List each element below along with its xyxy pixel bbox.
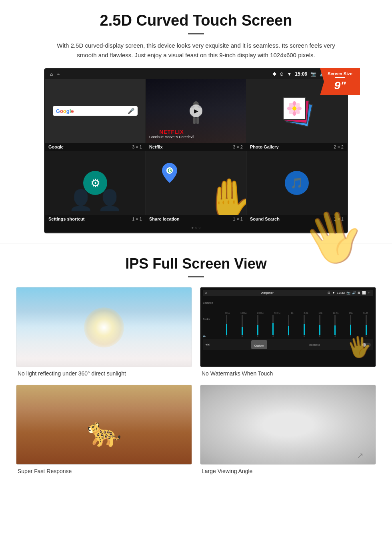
badge-divider: [335, 77, 345, 78]
amp-header-bar: ⌂ Amplifier ⊞▼17:33📷🔊⊠⬜←: [203, 290, 373, 296]
settings-label: Settings shortcut: [48, 217, 84, 221]
cheetah-image: 🐆: [16, 385, 192, 465]
share-label-row: Share location 1 × 1: [146, 215, 246, 223]
share-label: Share location: [149, 217, 180, 221]
photo-card-3: [283, 97, 306, 120]
gallery-label: Photo Gallery: [250, 145, 279, 149]
settings-bg-icons: 👤👤: [68, 189, 122, 212]
angle-arrow-icon: ↗: [357, 451, 364, 460]
google-search-bar[interactable]: Google 🎤: [53, 106, 138, 116]
sunlight-label: No light reflecting under 360° direct su…: [16, 370, 192, 377]
slider-5: 0: [282, 315, 296, 337]
netflix-brand: NETFLIX: [149, 129, 194, 135]
share-location-cell[interactable]: G 🤚: [146, 151, 246, 215]
google-app-cell[interactable]: Google 🎤: [45, 79, 145, 143]
slider-1: 0: [220, 315, 234, 337]
cheetah-label: Super Fast Response: [16, 468, 192, 474]
home-icon[interactable]: ⌂: [50, 71, 53, 77]
device-screen: ⌂ ⌁ ✱ ⊙ ▼ 15:06 📷 🔊 ⊠ ⬜: [44, 68, 348, 233]
feature-grid: No light reflecting under 360° direct su…: [16, 287, 376, 474]
play-button[interactable]: ▶: [190, 104, 202, 117]
usb-icon: ⌁: [57, 71, 60, 77]
section-ips: IPS Full Screen View No light reflecting…: [0, 243, 392, 486]
section2-divider: [188, 276, 204, 277]
wifi-icon: ▼: [287, 71, 292, 77]
sliders-container: 0 0 0: [220, 315, 373, 337]
screen-size-badge: Screen Size 9": [320, 68, 360, 95]
touch-hand-amp: 🖐: [345, 333, 373, 361]
settings-size: 1 × 1: [132, 217, 142, 221]
custom-label: Custom: [254, 344, 264, 347]
amplifier-label: No Watermarks When Touch: [200, 370, 376, 377]
section1-title: 2.5D Curved Touch Screen: [24, 12, 368, 29]
svg-text:G: G: [168, 167, 172, 174]
amp-icons: ⊞▼17:33📷🔊⊠⬜←: [328, 291, 371, 295]
bluetooth-icon: ✱: [272, 71, 276, 77]
car-image: ↗: [200, 385, 376, 465]
badge-size: 9": [325, 79, 355, 92]
share-size: 1 × 1: [233, 217, 243, 221]
camera-icon: 📷: [310, 71, 316, 77]
sunlight-image: [16, 287, 192, 367]
slider-2: 0: [235, 315, 250, 337]
netflix-size: 3 × 2: [233, 145, 243, 149]
amp-back-btn: ◀◀: [205, 343, 209, 346]
title-divider: [188, 33, 204, 34]
photo-stack: [283, 97, 311, 125]
loudness-label: loudness: [309, 343, 320, 346]
car-label: Large Viewing Angle: [200, 468, 376, 474]
badge-label: Screen Size: [325, 71, 355, 76]
slider-4: 0: [266, 315, 280, 337]
google-label: Google: [48, 145, 64, 149]
slider-6: 0: [297, 315, 312, 337]
hand-pointing-icon: 🤚: [204, 176, 246, 215]
eq-area: Balance Fader 🔈 60hz100hz200hz500hz1k2.5…: [203, 297, 373, 337]
eq-labels: Balance Fader 🔈: [203, 301, 218, 337]
section1-description: With 2.5D curved-display screen, this de…: [56, 41, 336, 60]
app-labels-row1: Google 3 × 1 Netflix 3 × 2 Photo Gallery…: [45, 143, 347, 151]
eq-sliders-area: 60hz100hz200hz500hz1k2.5k10k12.5k15kSUB …: [220, 312, 373, 337]
svg-rect-4: [193, 117, 196, 124]
netflix-subtitle: Continue Marvel's Daredevil: [149, 135, 194, 139]
cheetah-emoji: 🐆: [87, 415, 122, 448]
custom-btn[interactable]: Custom: [251, 340, 267, 349]
gallery-size: 2 × 2: [334, 145, 344, 149]
google-logo: Google: [56, 108, 74, 114]
device-wrapper: Screen Size 9" ⌂ ⌁ ✱ ⊙ ▼ 15:06 📷 🔊 ⊠: [44, 68, 348, 233]
google-label-row: Google 3 × 1: [45, 143, 145, 151]
sound-search-icon: 🎵: [285, 171, 309, 195]
settings-label-row: Settings shortcut 1 × 1: [45, 215, 145, 223]
feature-cheetah: 🐆 Super Fast Response: [16, 385, 192, 474]
cheetah-bg: 🐆: [16, 385, 192, 464]
location-icon: ⊙: [280, 71, 284, 77]
sound-label: Sound Search: [250, 217, 280, 221]
feature-sunlight: No light reflecting under 360° direct su…: [16, 287, 192, 377]
google-size: 3 × 1: [132, 145, 142, 149]
maps-icon: G: [162, 163, 177, 185]
netflix-overlay: NETFLIX Continue Marvel's Daredevil: [149, 129, 194, 139]
feature-amplifier: ⌂ Amplifier ⊞▼17:33📷🔊⊠⬜← Balance Fader 🔈: [200, 287, 376, 377]
amp-title: Amplifier: [261, 291, 274, 295]
balance-label: Balance: [203, 301, 218, 304]
sound-search-cell[interactable]: 🎵: [247, 151, 347, 215]
section-curved-touch: 2.5D Curved Touch Screen With 2.5D curve…: [0, 0, 392, 243]
slider-8: 0: [328, 315, 342, 337]
amplifier-image: ⌂ Amplifier ⊞▼17:33📷🔊⊠⬜← Balance Fader 🔈: [200, 287, 376, 367]
freq-labels: 60hz100hz200hz500hz1k2.5k10k12.5k15kSUB: [220, 312, 373, 314]
car-bg: ↗: [200, 385, 376, 464]
svg-rect-5: [196, 117, 199, 124]
slider-9: 0: [344, 315, 358, 337]
mic-icon[interactable]: 🎤: [128, 108, 134, 114]
netflix-label-row: Netflix 3 × 2: [146, 143, 246, 151]
speaker-label: 🔈: [203, 334, 218, 337]
status-time: 15:06: [295, 71, 307, 77]
settings-app-cell[interactable]: ⚙ 👤👤: [45, 151, 145, 215]
slider-3: 0: [250, 315, 265, 337]
sunlight-bg: [16, 287, 192, 367]
fader-label: Fader: [203, 318, 218, 321]
status-left: ⌂ ⌁: [50, 71, 60, 77]
netflix-app-cell[interactable]: ▶ NETFLIX Continue Marvel's Daredevil: [146, 79, 246, 143]
app-grid-row2: ⚙ 👤👤 G: [45, 151, 347, 215]
netflix-label: Netflix: [149, 145, 163, 149]
svg-point-15: [292, 106, 296, 110]
